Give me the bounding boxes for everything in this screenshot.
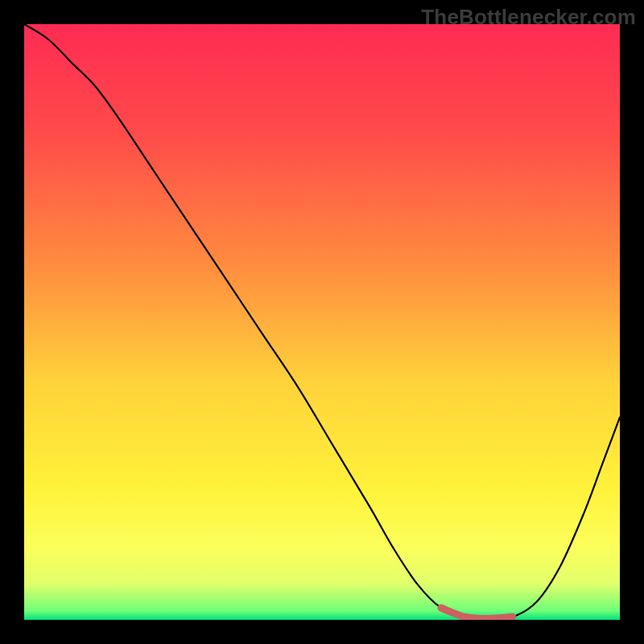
chart-container: TheBottlenecker.com — [0, 0, 644, 644]
curve-layer — [24, 24, 620, 620]
ideal-band-highlight — [441, 608, 513, 618]
watermark-text: TheBottlenecker.com — [421, 5, 636, 30]
bottleneck-curve — [24, 24, 620, 619]
plot-area — [24, 24, 620, 620]
